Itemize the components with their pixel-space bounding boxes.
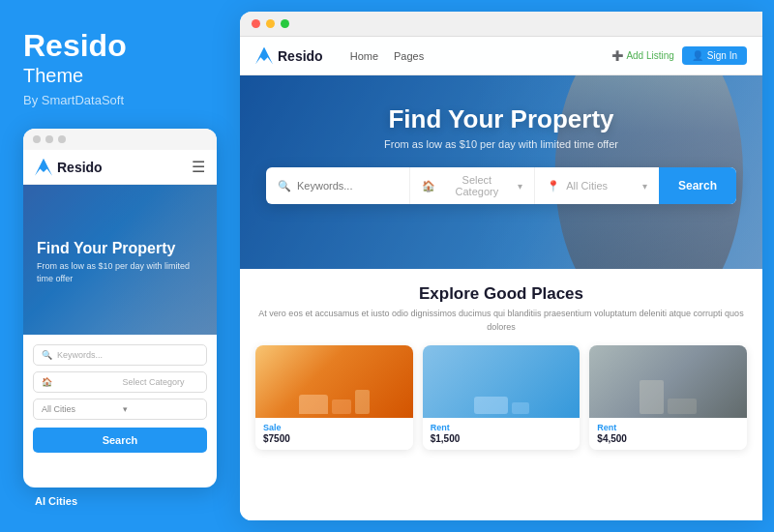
table-decor [332,399,351,414]
chevron-down-icon: ▾ [123,404,199,414]
hero-city-label: All Cities [566,180,608,192]
hero-category-select[interactable]: 🏠 Select Category ▾ [410,167,535,204]
card-info-3: Rent $4,500 [589,418,747,450]
chevron-category-icon: ▾ [518,181,522,192]
explore-title: Explore Good Places [255,284,747,304]
explore-subtitle: At vero eos et accusamus et iusto odio d… [255,308,747,334]
hero-keyword-field[interactable]: 🔍 [266,167,410,204]
logo-icon-desktop [255,47,273,65]
nav-link-home[interactable]: Home [350,50,378,62]
hero-search-button[interactable]: Search [659,167,736,204]
chevron-city-icon: ▾ [642,181,647,192]
desktop-hero: Find Your Property From as low as $10 pe… [240,75,762,269]
add-listing-button[interactable]: ➕ Add Listing [611,50,673,61]
sign-in-button[interactable]: 👤 Sign In [682,46,747,65]
property-card-2[interactable]: Rent $1,500 [423,345,580,450]
coffee-table-decor [512,402,529,414]
mobile-hero-sub: From as low as $10 per day with limited … [37,260,203,284]
left-panel: Resido Theme By SmartDataSoft Resido ☰ F… [0,0,240,532]
room-scene-3 [589,345,747,418]
browser-dot-close [252,19,260,28]
hero-title: Find Your Property [266,104,736,134]
mobile-hero: Find Your Property From as low as $10 pe… [23,185,217,335]
brand-by: By SmartDataSoft [23,93,217,107]
browser-dot-minimize [266,19,275,28]
hero-content: Find Your Property From as low as $10 pe… [266,104,736,204]
hamburger-icon[interactable]: ☰ [192,158,205,176]
hero-keyword-input[interactable] [297,180,398,192]
card-image-3 [589,345,747,418]
desktop-nav-links: Home Pages [350,50,595,62]
room-scene-2 [423,345,580,418]
category-icon: 🏠 [42,377,118,387]
card-image-1 [255,345,413,418]
mobile-category-label: Select Category [123,377,199,387]
mobile-hero-overlay: Find Your Property From as low as $10 pe… [23,185,217,335]
mobile-logo-text: Resido [57,160,103,175]
property-card-1[interactable]: Sale $7500 [255,345,413,450]
dot-yellow [45,135,53,143]
mobile-city-label: All Cities [42,404,118,414]
dot-red [33,135,41,143]
right-panel: Resido Home Pages ➕ Add Listing 👤 Sign I… [240,12,762,520]
search-icon-hero: 🔍 [278,180,291,192]
couch-decor [474,397,508,414]
card-type-1: Sale [263,423,405,432]
property-cards: Sale $7500 Rent $1,500 [255,345,747,450]
card-type-3: Rent [597,423,739,432]
brand-name: Resido [23,29,217,63]
mobile-logo: Resido [35,159,103,176]
dot-green [58,135,66,143]
add-listing-label: Add Listing [626,50,673,61]
browser-dot-maximize [281,19,289,28]
mobile-category-select[interactable]: 🏠 Select Category [33,371,207,393]
card-image-2 [423,345,580,418]
mobile-nav: Resido ☰ [23,150,217,185]
desktop-nav: Resido Home Pages ➕ Add Listing 👤 Sign I… [240,37,762,75]
mobile-keyword-input[interactable]: 🔍 Keywords... [33,344,207,366]
property-card-3[interactable]: Rent $4,500 [589,345,747,450]
card-info-2: Rent $1,500 [423,418,580,450]
hero-category-label: Select Category [441,174,512,197]
explore-section: Explore Good Places At vero eos et accus… [240,269,762,520]
mobile-search-area: 🔍 Keywords... 🏠 Select Category All Citi… [23,335,217,458]
mobile-browser-chrome [23,129,217,150]
search-icon: 🔍 [42,350,52,360]
browser-chrome [240,12,762,37]
mobile-mockup: Resido ☰ Find Your Property From as low … [23,129,217,488]
user-icon: 👤 [692,50,703,61]
desktop-logo-text: Resido [278,48,323,64]
desktop-site: Resido Home Pages ➕ Add Listing 👤 Sign I… [240,37,762,520]
category-icon-hero: 🏠 [422,180,435,192]
mobile-keyword-placeholder: Keywords... [57,350,103,360]
card-price-3: $4,500 [597,433,739,444]
lamp-decor [355,390,370,414]
bench-decor [668,399,697,414]
hero-search-bar: 🔍 🏠 Select Category ▾ 📍 All Cities ▾ Sea… [266,167,736,204]
room-scene-1 [255,345,413,418]
add-icon: ➕ [611,50,623,61]
card-type-2: Rent [431,423,573,432]
sofa-decor [299,395,328,414]
hero-city-select[interactable]: 📍 All Cities ▾ [535,167,659,204]
fireplace-decor [640,380,664,414]
brand-subtitle: Theme [23,65,217,87]
sign-in-label: Sign In [707,50,737,61]
desktop-logo: Resido [255,47,323,65]
nav-link-pages[interactable]: Pages [394,50,424,62]
hero-subtitle: From as low as $10 per day with limited … [266,138,736,150]
mobile-bottom-label: AI Cities [23,488,217,513]
mobile-search-button[interactable]: Search [33,428,207,453]
mobile-hero-title: Find Your Property [37,239,175,257]
card-price-2: $1,500 [431,433,573,444]
mobile-city-select[interactable]: All Cities ▾ [33,399,207,420]
card-price-1: $7500 [263,433,405,444]
desktop-nav-actions: ➕ Add Listing 👤 Sign In [611,46,747,65]
location-icon-hero: 📍 [547,180,560,192]
logo-icon [35,159,52,176]
card-info-1: Sale $7500 [255,418,413,450]
